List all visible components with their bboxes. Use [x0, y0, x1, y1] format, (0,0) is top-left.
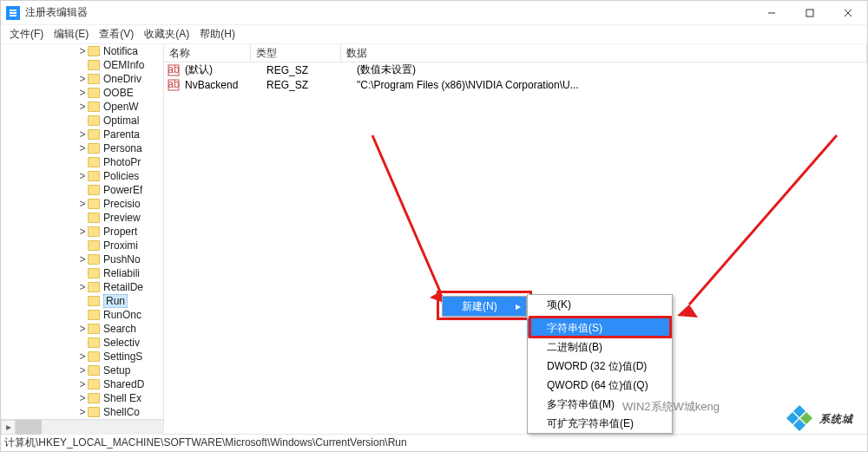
tree-item[interactable]: >PushNo: [8, 252, 163, 266]
tree-item-label: Search: [103, 323, 136, 335]
tree-item-label: OpenW: [103, 101, 139, 113]
tree-item-label: Persona: [103, 142, 142, 154]
close-button[interactable]: [829, 1, 867, 25]
tree-item-label: Selectiv: [103, 337, 140, 349]
tree-scroll[interactable]: >NotificaOEMInfo>OneDriv>OOBE>OpenWOptim…: [1, 44, 163, 419]
expander-icon[interactable]: >: [77, 323, 88, 335]
svg-text:ab: ab: [168, 79, 180, 90]
tree-item[interactable]: PowerEf: [8, 183, 163, 197]
expander-icon[interactable]: >: [77, 350, 88, 363]
col-data[interactable]: 数据: [341, 44, 867, 62]
folder-icon: [88, 213, 100, 223]
tree-item-label: Run: [103, 294, 128, 308]
tree-item-label: OneDriv: [103, 73, 141, 85]
tree-item[interactable]: >Policies: [8, 169, 163, 183]
window-controls: [753, 1, 867, 25]
tree-item[interactable]: >OpenW: [8, 100, 163, 114]
folder-icon: [88, 324, 100, 334]
expander-icon[interactable]: >: [77, 170, 88, 182]
tree-item[interactable]: RunOnc: [8, 308, 163, 322]
tree-item[interactable]: >Shell Ex: [8, 391, 163, 405]
menu-file[interactable]: 文件(F): [4, 25, 49, 43]
folder-icon: [88, 115, 100, 126]
menu-favorites[interactable]: 收藏夹(A): [139, 25, 194, 43]
svg-rect-2: [10, 12, 16, 14]
expander-icon[interactable]: >: [77, 45, 88, 57]
expander-icon[interactable]: >: [77, 406, 88, 418]
tree-item[interactable]: Proximi: [8, 239, 163, 252]
tree-item[interactable]: >SharedD: [8, 377, 163, 391]
tree-item[interactable]: >Search: [8, 322, 163, 336]
tree-item[interactable]: Preview: [8, 211, 163, 225]
cell-name: (默认): [180, 62, 261, 77]
expander-icon[interactable]: >: [77, 87, 88, 99]
tree-item[interactable]: >Precisio: [8, 197, 163, 211]
col-type[interactable]: 类型: [251, 44, 341, 62]
regedit-icon: [6, 6, 20, 20]
context-menu-main: 新建(N) ▸: [442, 296, 527, 317]
folder-icon: [88, 282, 100, 292]
maximize-button[interactable]: [791, 1, 829, 25]
expander-icon[interactable]: >: [77, 101, 88, 113]
tree-item[interactable]: >Propert: [8, 225, 163, 239]
ctx-sub-item[interactable]: 二进制值(B): [528, 337, 672, 357]
expander-icon[interactable]: >: [77, 142, 88, 154]
tree-item[interactable]: >Persona: [8, 141, 163, 155]
menu-view[interactable]: 查看(V): [94, 25, 139, 43]
tree-item[interactable]: >Parenta: [8, 128, 163, 141]
ctx-sub-item[interactable]: 可扩充字符串值(E): [528, 414, 672, 433]
tree-item[interactable]: >RetailDe: [8, 280, 163, 294]
statusbar-path: 计算机\HKEY_LOCAL_MACHINE\SOFTWARE\Microsof…: [4, 436, 407, 450]
ctx-sub-item[interactable]: 项(K): [528, 295, 672, 314]
expander-icon[interactable]: >: [77, 281, 88, 293]
tree-item[interactable]: Selectiv: [8, 336, 163, 350]
expander-icon[interactable]: >: [77, 128, 88, 141]
menu-edit[interactable]: 编辑(E): [49, 25, 94, 43]
cell-type: REG_SZ: [261, 64, 352, 76]
expander-icon[interactable]: >: [77, 364, 88, 377]
col-name[interactable]: 名称: [164, 44, 251, 62]
list-rows[interactable]: ab(默认)REG_SZ(数值未设置)abNvBackendREG_SZ"C:\…: [164, 62, 867, 434]
tree-item-label: ShellCo: [103, 406, 140, 418]
tree-item[interactable]: >SettingS: [8, 350, 163, 364]
folder-icon: [88, 337, 100, 348]
tree-item-label: RunOnc: [103, 309, 141, 321]
scroll-track[interactable]: [1, 420, 163, 435]
ctx-sub-item[interactable]: QWORD (64 位)值(Q): [528, 376, 672, 395]
tree-item[interactable]: OEMInfo: [8, 58, 163, 72]
scroll-thumb[interactable]: [1, 420, 42, 435]
expander-icon[interactable]: >: [77, 198, 88, 210]
ctx-item-new[interactable]: 新建(N) ▸: [443, 297, 526, 316]
expander-icon[interactable]: >: [77, 378, 88, 390]
ctx-sub-item[interactable]: DWORD (32 位)值(D): [528, 357, 672, 376]
tree-item[interactable]: >ShellCo: [8, 405, 163, 419]
tree-item[interactable]: Reliabili: [8, 266, 163, 280]
tree-item[interactable]: Optimal: [8, 114, 163, 128]
tree-item-label: OOBE: [103, 87, 134, 99]
menu-help[interactable]: 帮助(H): [194, 25, 240, 43]
tree-item[interactable]: >OneDriv: [8, 72, 163, 86]
folder-icon: [88, 199, 100, 209]
folder-icon: [88, 365, 100, 376]
ctx-sub-item[interactable]: 多字符串值(M): [528, 395, 672, 414]
expander-icon[interactable]: >: [77, 73, 88, 85]
table-row[interactable]: abNvBackendREG_SZ"C:\Program Files (x86)…: [164, 77, 867, 92]
tree-item[interactable]: >Setup: [8, 364, 163, 377]
tree-item-label: PushNo: [103, 253, 141, 265]
folder-icon: [88, 379, 100, 390]
expander-icon[interactable]: >: [77, 226, 88, 238]
tree-item[interactable]: >OOBE: [8, 86, 163, 100]
tree-item-label: Parenta: [103, 128, 140, 141]
table-row[interactable]: ab(默认)REG_SZ(数值未设置): [164, 62, 867, 77]
svg-text:ab: ab: [168, 64, 180, 75]
tree-panel: >NotificaOEMInfo>OneDriv>OOBE>OpenWOptim…: [1, 44, 164, 434]
ctx-sub-item[interactable]: 字符串值(S): [528, 318, 672, 337]
folder-icon: [88, 88, 100, 98]
minimize-button[interactable]: [753, 1, 791, 25]
expander-icon[interactable]: >: [77, 392, 88, 404]
tree-hscrollbar[interactable]: ◂ ▸: [1, 419, 163, 434]
tree-item[interactable]: PhotoPr: [8, 155, 163, 169]
tree-item[interactable]: Run: [8, 294, 163, 308]
expander-icon[interactable]: >: [77, 253, 88, 265]
tree-item[interactable]: >Notifica: [8, 44, 163, 58]
